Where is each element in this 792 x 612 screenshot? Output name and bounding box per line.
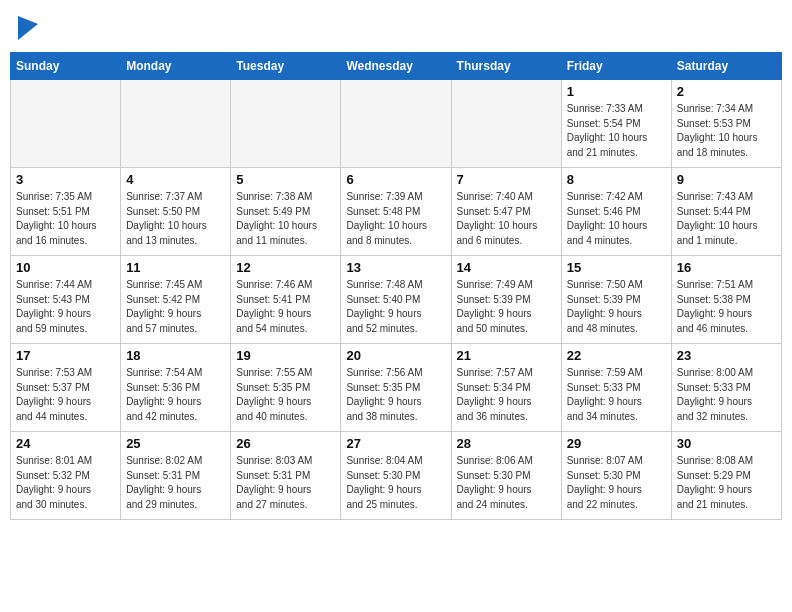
day-number: 7 — [457, 172, 556, 187]
day-info: Sunrise: 7:43 AM Sunset: 5:44 PM Dayligh… — [677, 190, 776, 248]
day-number: 10 — [16, 260, 115, 275]
calendar-cell: 18Sunrise: 7:54 AM Sunset: 5:36 PM Dayli… — [121, 344, 231, 432]
weekday-header-saturday: Saturday — [671, 53, 781, 80]
day-number: 20 — [346, 348, 445, 363]
calendar-cell: 10Sunrise: 7:44 AM Sunset: 5:43 PM Dayli… — [11, 256, 121, 344]
day-number: 8 — [567, 172, 666, 187]
day-info: Sunrise: 8:03 AM Sunset: 5:31 PM Dayligh… — [236, 454, 335, 512]
day-number: 9 — [677, 172, 776, 187]
day-number: 11 — [126, 260, 225, 275]
day-info: Sunrise: 8:04 AM Sunset: 5:30 PM Dayligh… — [346, 454, 445, 512]
calendar-table: SundayMondayTuesdayWednesdayThursdayFrid… — [10, 52, 782, 520]
calendar-cell: 14Sunrise: 7:49 AM Sunset: 5:39 PM Dayli… — [451, 256, 561, 344]
calendar-cell: 11Sunrise: 7:45 AM Sunset: 5:42 PM Dayli… — [121, 256, 231, 344]
calendar-header-row: SundayMondayTuesdayWednesdayThursdayFrid… — [11, 53, 782, 80]
day-number: 17 — [16, 348, 115, 363]
calendar-cell: 20Sunrise: 7:56 AM Sunset: 5:35 PM Dayli… — [341, 344, 451, 432]
day-info: Sunrise: 7:57 AM Sunset: 5:34 PM Dayligh… — [457, 366, 556, 424]
day-number: 15 — [567, 260, 666, 275]
calendar-cell: 19Sunrise: 7:55 AM Sunset: 5:35 PM Dayli… — [231, 344, 341, 432]
day-number: 25 — [126, 436, 225, 451]
day-number: 2 — [677, 84, 776, 99]
day-number: 26 — [236, 436, 335, 451]
calendar-cell: 12Sunrise: 7:46 AM Sunset: 5:41 PM Dayli… — [231, 256, 341, 344]
svg-marker-0 — [18, 16, 38, 40]
day-number: 5 — [236, 172, 335, 187]
calendar-cell: 29Sunrise: 8:07 AM Sunset: 5:30 PM Dayli… — [561, 432, 671, 520]
calendar-week-row: 3Sunrise: 7:35 AM Sunset: 5:51 PM Daylig… — [11, 168, 782, 256]
day-info: Sunrise: 7:42 AM Sunset: 5:46 PM Dayligh… — [567, 190, 666, 248]
logo — [14, 16, 38, 40]
day-number: 24 — [16, 436, 115, 451]
calendar-cell: 6Sunrise: 7:39 AM Sunset: 5:48 PM Daylig… — [341, 168, 451, 256]
calendar-cell: 4Sunrise: 7:37 AM Sunset: 5:50 PM Daylig… — [121, 168, 231, 256]
day-number: 6 — [346, 172, 445, 187]
calendar-cell: 25Sunrise: 8:02 AM Sunset: 5:31 PM Dayli… — [121, 432, 231, 520]
day-info: Sunrise: 7:39 AM Sunset: 5:48 PM Dayligh… — [346, 190, 445, 248]
weekday-header-friday: Friday — [561, 53, 671, 80]
calendar-cell: 21Sunrise: 7:57 AM Sunset: 5:34 PM Dayli… — [451, 344, 561, 432]
day-info: Sunrise: 7:37 AM Sunset: 5:50 PM Dayligh… — [126, 190, 225, 248]
calendar-cell — [121, 80, 231, 168]
day-number: 4 — [126, 172, 225, 187]
calendar-cell: 13Sunrise: 7:48 AM Sunset: 5:40 PM Dayli… — [341, 256, 451, 344]
day-info: Sunrise: 7:35 AM Sunset: 5:51 PM Dayligh… — [16, 190, 115, 248]
day-number: 16 — [677, 260, 776, 275]
day-number: 14 — [457, 260, 556, 275]
calendar-cell — [341, 80, 451, 168]
day-number: 12 — [236, 260, 335, 275]
day-info: Sunrise: 7:53 AM Sunset: 5:37 PM Dayligh… — [16, 366, 115, 424]
calendar-cell: 7Sunrise: 7:40 AM Sunset: 5:47 PM Daylig… — [451, 168, 561, 256]
day-number: 19 — [236, 348, 335, 363]
weekday-header-tuesday: Tuesday — [231, 53, 341, 80]
day-info: Sunrise: 8:00 AM Sunset: 5:33 PM Dayligh… — [677, 366, 776, 424]
calendar-cell — [11, 80, 121, 168]
calendar-week-row: 1Sunrise: 7:33 AM Sunset: 5:54 PM Daylig… — [11, 80, 782, 168]
day-info: Sunrise: 8:08 AM Sunset: 5:29 PM Dayligh… — [677, 454, 776, 512]
weekday-header-monday: Monday — [121, 53, 231, 80]
calendar-week-row: 17Sunrise: 7:53 AM Sunset: 5:37 PM Dayli… — [11, 344, 782, 432]
weekday-header-thursday: Thursday — [451, 53, 561, 80]
day-number: 18 — [126, 348, 225, 363]
calendar-cell: 24Sunrise: 8:01 AM Sunset: 5:32 PM Dayli… — [11, 432, 121, 520]
calendar-week-row: 10Sunrise: 7:44 AM Sunset: 5:43 PM Dayli… — [11, 256, 782, 344]
day-info: Sunrise: 8:01 AM Sunset: 5:32 PM Dayligh… — [16, 454, 115, 512]
day-info: Sunrise: 7:56 AM Sunset: 5:35 PM Dayligh… — [346, 366, 445, 424]
day-info: Sunrise: 7:44 AM Sunset: 5:43 PM Dayligh… — [16, 278, 115, 336]
day-info: Sunrise: 7:49 AM Sunset: 5:39 PM Dayligh… — [457, 278, 556, 336]
day-info: Sunrise: 7:54 AM Sunset: 5:36 PM Dayligh… — [126, 366, 225, 424]
day-number: 1 — [567, 84, 666, 99]
day-info: Sunrise: 7:50 AM Sunset: 5:39 PM Dayligh… — [567, 278, 666, 336]
day-number: 22 — [567, 348, 666, 363]
logo-icon — [18, 16, 38, 40]
weekday-header-wednesday: Wednesday — [341, 53, 451, 80]
day-number: 23 — [677, 348, 776, 363]
page-header — [10, 10, 782, 46]
day-info: Sunrise: 7:55 AM Sunset: 5:35 PM Dayligh… — [236, 366, 335, 424]
calendar-cell: 5Sunrise: 7:38 AM Sunset: 5:49 PM Daylig… — [231, 168, 341, 256]
day-info: Sunrise: 7:33 AM Sunset: 5:54 PM Dayligh… — [567, 102, 666, 160]
calendar-cell: 9Sunrise: 7:43 AM Sunset: 5:44 PM Daylig… — [671, 168, 781, 256]
day-info: Sunrise: 7:34 AM Sunset: 5:53 PM Dayligh… — [677, 102, 776, 160]
day-info: Sunrise: 7:40 AM Sunset: 5:47 PM Dayligh… — [457, 190, 556, 248]
day-number: 29 — [567, 436, 666, 451]
day-number: 21 — [457, 348, 556, 363]
day-info: Sunrise: 8:07 AM Sunset: 5:30 PM Dayligh… — [567, 454, 666, 512]
calendar-cell: 23Sunrise: 8:00 AM Sunset: 5:33 PM Dayli… — [671, 344, 781, 432]
calendar-cell: 26Sunrise: 8:03 AM Sunset: 5:31 PM Dayli… — [231, 432, 341, 520]
calendar-cell: 1Sunrise: 7:33 AM Sunset: 5:54 PM Daylig… — [561, 80, 671, 168]
calendar-cell: 28Sunrise: 8:06 AM Sunset: 5:30 PM Dayli… — [451, 432, 561, 520]
day-info: Sunrise: 7:46 AM Sunset: 5:41 PM Dayligh… — [236, 278, 335, 336]
calendar-cell: 2Sunrise: 7:34 AM Sunset: 5:53 PM Daylig… — [671, 80, 781, 168]
calendar-cell: 27Sunrise: 8:04 AM Sunset: 5:30 PM Dayli… — [341, 432, 451, 520]
day-number: 3 — [16, 172, 115, 187]
day-number: 27 — [346, 436, 445, 451]
calendar-cell: 3Sunrise: 7:35 AM Sunset: 5:51 PM Daylig… — [11, 168, 121, 256]
weekday-header-sunday: Sunday — [11, 53, 121, 80]
calendar-cell: 16Sunrise: 7:51 AM Sunset: 5:38 PM Dayli… — [671, 256, 781, 344]
calendar-cell: 30Sunrise: 8:08 AM Sunset: 5:29 PM Dayli… — [671, 432, 781, 520]
day-number: 13 — [346, 260, 445, 275]
day-info: Sunrise: 8:02 AM Sunset: 5:31 PM Dayligh… — [126, 454, 225, 512]
day-number: 28 — [457, 436, 556, 451]
day-info: Sunrise: 8:06 AM Sunset: 5:30 PM Dayligh… — [457, 454, 556, 512]
